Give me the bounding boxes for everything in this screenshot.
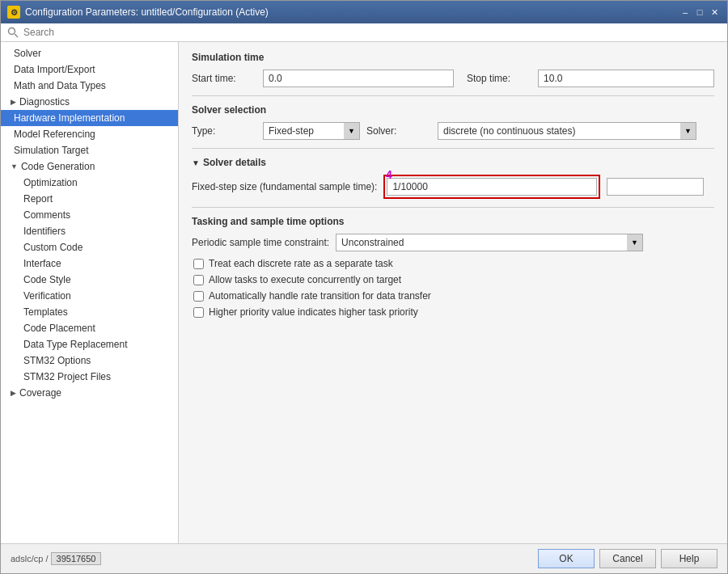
solver-details-label: Solver details <box>203 157 266 168</box>
tasking-label: Tasking and sample time options <box>192 216 344 227</box>
sidebar-item-comments[interactable]: Comments <box>1 207 178 223</box>
stop-time-label: Stop time: <box>467 73 531 84</box>
search-bar <box>1 23 727 42</box>
checkbox-row-allow-concurrent: Allow tasks to execute concurrently on t… <box>192 274 714 285</box>
divider-2 <box>192 148 714 149</box>
maximize-button[interactable]: □ <box>693 6 706 19</box>
sidebar-item-code-style[interactable]: Code Style <box>1 272 178 288</box>
sidebar-item-solver[interactable]: Solver <box>1 45 178 61</box>
solver-select-wrapper: discrete (no continuous states) ode1 (Eu… <box>438 122 696 140</box>
diagnostics-arrow: ▶ <box>11 98 16 106</box>
minimize-button[interactable]: – <box>679 6 692 19</box>
main-panel: Simulation time Start time: Stop time: S… <box>179 42 727 543</box>
higher-priority-label[interactable]: Higher priority value indicates higher t… <box>209 306 418 318</box>
start-time-label: Start time: <box>192 73 256 84</box>
fixed-step-row: Fixed-step size (fundamental sample time… <box>192 175 714 199</box>
auto-rate-checkbox[interactable] <box>193 291 204 302</box>
solver-details-collapse[interactable]: ▼ <box>192 158 200 167</box>
checkbox-row-higher-priority: Higher priority value indicates higher t… <box>192 306 714 318</box>
sidebar-item-verification[interactable]: Verification <box>1 288 178 304</box>
higher-priority-checkbox[interactable] <box>193 307 204 318</box>
bottom-bar: adslc/cp / 39517650 OK Cancel Help <box>1 543 727 573</box>
treat-discrete-label[interactable]: Treat each discrete rate as a separate t… <box>209 258 393 269</box>
fixed-step-input-wrapper <box>383 175 600 199</box>
checkbox-row-auto-rate: Automatically handle rate transition for… <box>192 290 714 302</box>
solver-selection-section: Solver selection <box>192 104 714 116</box>
cancel-button[interactable]: Cancel <box>599 549 656 568</box>
sidebar-item-optimization[interactable]: Optimization <box>1 175 178 191</box>
main-window: ⚙ Configuration Parameters: untitled/Con… <box>0 0 728 574</box>
svg-line-1 <box>15 34 18 37</box>
sidebar-item-code-placement[interactable]: Code Placement <box>1 320 178 336</box>
sidebar-group-code-generation[interactable]: ▼ Code Generation <box>1 158 178 175</box>
divider-1 <box>192 95 714 96</box>
fixed-step-input[interactable] <box>387 178 597 196</box>
solver-select[interactable]: discrete (no continuous states) ode1 (Eu… <box>438 122 696 140</box>
periodic-label: Periodic sample time constraint: <box>192 237 329 248</box>
sidebar-item-model-referencing[interactable]: Model Referencing <box>1 126 178 142</box>
title-bar: ⚙ Configuration Parameters: untitled/Con… <box>1 1 727 23</box>
window-title: Configuration Parameters: untitled/Confi… <box>25 6 269 18</box>
treat-discrete-checkbox[interactable] <box>193 259 204 269</box>
start-time-input[interactable] <box>263 70 454 87</box>
sidebar-item-stm32-options[interactable]: STM32 Options <box>1 352 178 369</box>
sidebar-item-templates[interactable]: Templates <box>1 304 178 320</box>
sidebar-item-custom-code[interactable]: Custom Code <box>1 239 178 255</box>
status-text: adslc/cp / 39517650 <box>11 554 101 563</box>
sidebar-item-data-import-export[interactable]: Data Import/Export <box>1 61 178 78</box>
type-select-wrapper: Fixed-step Variable-step ▼ <box>263 122 360 140</box>
sidebar-item-data-type-replacement[interactable]: Data Type Replacement <box>1 336 178 352</box>
allow-concurrent-label[interactable]: Allow tasks to execute concurrently on t… <box>209 274 401 285</box>
tasking-section: Tasking and sample time options Periodic… <box>192 216 714 318</box>
simulation-time-label: Simulation time <box>192 52 264 63</box>
solver-details-section: ▼ Solver details Fixed-step size (fundam… <box>192 157 714 199</box>
main-content: Solver Data Import/Export Math and Data … <box>1 42 727 543</box>
simulation-time-section: Simulation time <box>192 52 714 63</box>
help-button[interactable]: Help <box>661 549 717 568</box>
tasking-title: Tasking and sample time options <box>192 216 714 227</box>
periodic-select-wrapper: Unconstrained Specified Ensure sample ti… <box>336 234 643 251</box>
stop-time-input[interactable] <box>538 70 714 87</box>
sidebar-group-diagnostics[interactable]: ▶ Diagnostics <box>1 94 178 110</box>
status-num: 39517650 <box>51 552 102 565</box>
sidebar-item-interface[interactable]: Interface <box>1 255 178 272</box>
extra-step-input[interactable] <box>607 178 704 196</box>
checkbox-row-treat-discrete: Treat each discrete rate as a separate t… <box>192 258 714 269</box>
app-icon: ⚙ <box>7 6 20 19</box>
auto-rate-label[interactable]: Automatically handle rate transition for… <box>209 290 431 302</box>
sidebar-item-simulation-target[interactable]: Simulation Target <box>1 142 178 158</box>
svg-point-0 <box>9 28 15 35</box>
divider-3 <box>192 207 714 208</box>
solver-selection-label: Solver selection <box>192 104 266 116</box>
periodic-select[interactable]: Unconstrained Specified Ensure sample ti… <box>336 234 643 251</box>
allow-concurrent-checkbox[interactable] <box>193 275 204 285</box>
window-controls: – □ ✕ <box>679 6 721 19</box>
sidebar-item-stm32-project-files[interactable]: STM32 Project Files <box>1 369 178 385</box>
simulation-time-row: Start time: Stop time: <box>192 70 714 87</box>
solver-details-title: ▼ Solver details <box>192 157 714 168</box>
sidebar-group-coverage[interactable]: ▶ Coverage <box>1 385 178 401</box>
sidebar-item-identifiers[interactable]: Identifiers <box>1 223 178 239</box>
sidebar: Solver Data Import/Export Math and Data … <box>1 42 179 543</box>
coverage-arrow: ▶ <box>11 389 16 397</box>
type-label: Type: <box>192 125 256 137</box>
solver-selection-row: Type: Fixed-step Variable-step ▼ Solver:… <box>192 122 714 140</box>
search-icon <box>7 27 19 38</box>
title-bar-left: ⚙ Configuration Parameters: untitled/Con… <box>7 6 269 19</box>
type-select[interactable]: Fixed-step Variable-step <box>263 122 360 140</box>
solver-label: Solver: <box>366 125 431 137</box>
sidebar-item-report[interactable]: Report <box>1 191 178 207</box>
ok-button[interactable]: OK <box>538 549 595 568</box>
periodic-row: Periodic sample time constraint: Unconst… <box>192 234 714 251</box>
code-gen-arrow: ▼ <box>11 162 18 171</box>
search-input[interactable] <box>23 27 721 38</box>
sidebar-item-math-data-types[interactable]: Math and Data Types <box>1 78 178 94</box>
fixed-step-label: Fixed-step size (fundamental sample time… <box>192 181 377 192</box>
sidebar-item-hardware-implementation[interactable]: Hardware Implementation <box>1 110 178 126</box>
close-button[interactable]: ✕ <box>708 6 721 19</box>
